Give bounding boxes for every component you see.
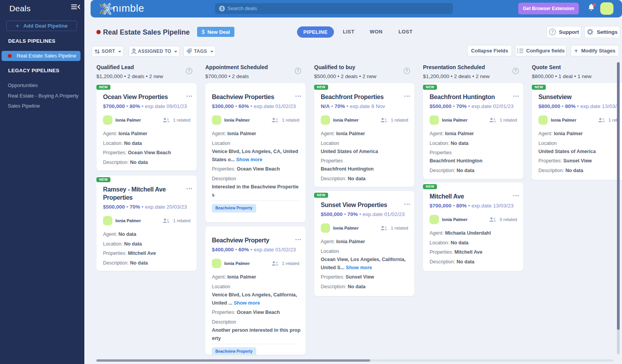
svg-text:?: ? <box>551 30 554 34</box>
svg-text:?: ? <box>297 68 299 73</box>
svg-text:?: ? <box>514 68 517 73</box>
svg-text:?: ? <box>405 68 408 73</box>
svg-text:$: $ <box>221 6 223 11</box>
svg-text:?: ? <box>188 68 190 73</box>
